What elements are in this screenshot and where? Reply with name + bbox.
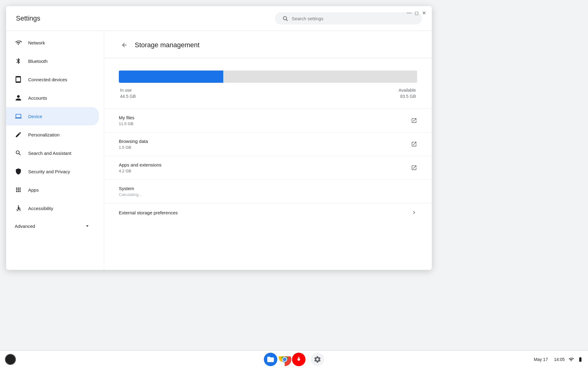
taskbar-app-files[interactable]: [264, 353, 277, 366]
storage-bar-used: [119, 71, 223, 83]
storage-label-used: In use 44.5 GB: [120, 88, 136, 99]
external-link-icon-apps-extensions: [411, 165, 417, 171]
taskbar-app-settings[interactable]: [311, 353, 324, 366]
settings-window: — ◻ ✕ Settings Network: [6, 6, 432, 270]
content-header: Storage management: [104, 31, 432, 58]
storage-item-my-files-info: My files 11.5 GB: [119, 115, 411, 126]
wifi-icon: [15, 39, 22, 46]
svg-line-1: [286, 19, 288, 21]
storage-labels: In use 44.5 GB Available 83.5 GB: [119, 88, 417, 99]
taskbar-right: May 17 14:05: [534, 357, 583, 362]
tablet-icon: [15, 76, 22, 83]
shield-icon: [15, 168, 22, 175]
storage-section: In use 44.5 GB Available 83.5 GB: [104, 58, 432, 109]
sidebar-item-device[interactable]: Device: [6, 107, 99, 125]
search-input[interactable]: [292, 16, 415, 21]
svg-point-0: [283, 17, 287, 20]
sidebar-item-bluetooth[interactable]: Bluetooth: [6, 52, 99, 70]
sidebar-item-security-privacy[interactable]: Security and Privacy: [6, 162, 99, 181]
taskbar-date: May 17: [534, 357, 548, 362]
settings-title: Settings: [16, 14, 40, 22]
sidebar-item-accessibility[interactable]: Accessibility: [6, 199, 99, 217]
storage-available-value: 83.5 GB: [400, 94, 416, 99]
storage-item-browsing-data-size: 1.5 GB: [119, 145, 411, 150]
storage-item-system-size: Calculating…: [119, 192, 417, 197]
search-icon: [282, 15, 288, 21]
main-content: Storage management In use 44.5 GB Availa…: [104, 31, 432, 270]
storage-item-my-files-size: 11.5 GB: [119, 121, 411, 126]
storage-item-system[interactable]: System Calculating…: [104, 180, 432, 203]
close-button[interactable]: ✕: [421, 10, 427, 16]
sidebar-label-network: Network: [28, 40, 45, 45]
storage-item-apps-extensions-name: Apps and extensions: [119, 162, 411, 167]
sidebar-label-bluetooth: Bluetooth: [28, 59, 47, 64]
sidebar-label-device: Device: [28, 114, 42, 119]
sidebar-item-connected-devices[interactable]: Connected devices: [6, 70, 99, 89]
taskbar-app-youtube-music[interactable]: [292, 353, 306, 366]
sidebar: Network Bluetooth Connected device: [6, 31, 104, 270]
storage-used-title: In use: [120, 88, 132, 93]
sidebar-label-accounts: Accounts: [28, 95, 47, 101]
storage-item-system-info: System Calculating…: [119, 186, 417, 197]
storage-item-apps-extensions[interactable]: Apps and extensions 4.2 GB: [104, 156, 432, 180]
edit-icon: [15, 131, 22, 138]
sidebar-label-search-assistant: Search and Assistant: [28, 151, 71, 156]
taskbar-app-chrome[interactable]: [278, 353, 292, 366]
taskbar-left: [5, 354, 16, 365]
taskbar: May 17 14:05: [0, 351, 588, 368]
back-button[interactable]: [119, 40, 130, 51]
external-link-icon-browsing-data: [411, 141, 417, 147]
external-storage-info: External storage preferences: [119, 210, 411, 215]
storage-item-external[interactable]: External storage preferences: [104, 203, 432, 222]
sidebar-item-network[interactable]: Network: [6, 33, 99, 52]
storage-item-my-files[interactable]: My files 11.5 GB: [104, 109, 432, 132]
apps-icon: [15, 186, 22, 194]
svg-point-8: [297, 358, 300, 361]
sidebar-label-personalization: Personalization: [28, 132, 60, 137]
storage-bar: [119, 71, 417, 83]
laptop-icon: [15, 113, 22, 120]
storage-item-system-name: System: [119, 186, 417, 191]
sidebar-item-search-assistant[interactable]: Search and Assistant: [6, 144, 99, 162]
bluetooth-icon: [15, 57, 22, 65]
page-title: Storage management: [135, 41, 200, 49]
minimize-button[interactable]: —: [406, 10, 412, 16]
taskbar-center: [264, 353, 324, 366]
storage-item-apps-extensions-size: 4.2 GB: [119, 169, 411, 173]
chevron-down-icon: [84, 223, 90, 229]
search-nav-icon: [15, 149, 22, 157]
storage-item-browsing-data-name: Browsing data: [119, 139, 411, 144]
maximize-button[interactable]: ◻: [413, 10, 420, 16]
storage-available-title: Available: [398, 88, 416, 93]
external-link-icon-my-files: [411, 117, 417, 124]
battery-icon: [578, 357, 583, 362]
taskbar-time: 14:05: [554, 357, 565, 362]
sidebar-item-apps[interactable]: Apps: [6, 181, 99, 199]
storage-item-browsing-data-info: Browsing data 1.5 GB: [119, 139, 411, 150]
accessibility-icon: [15, 205, 22, 212]
settings-body: Network Bluetooth Connected device: [6, 31, 432, 270]
storage-used-value: 44.5 GB: [120, 94, 136, 99]
sidebar-label-advanced: Advanced: [15, 224, 35, 229]
svg-point-2: [18, 205, 19, 207]
wifi-status-icon: [568, 357, 574, 362]
sidebar-label-accessibility: Accessibility: [28, 206, 53, 211]
svg-point-6: [283, 358, 287, 361]
storage-item-apps-extensions-info: Apps and extensions 4.2 GB: [119, 162, 411, 173]
chevron-right-icon-external: [411, 209, 417, 216]
storage-item-browsing-data[interactable]: Browsing data 1.5 GB: [104, 132, 432, 156]
sidebar-item-accounts[interactable]: Accounts: [6, 89, 99, 107]
taskbar-app-record[interactable]: [5, 354, 16, 365]
storage-label-available: Available 83.5 GB: [398, 88, 416, 99]
settings-header: Settings: [6, 6, 432, 31]
sidebar-item-advanced[interactable]: Advanced: [6, 217, 99, 235]
external-storage-name: External storage preferences: [119, 210, 411, 215]
person-icon: [15, 94, 22, 102]
sidebar-item-personalization[interactable]: Personalization: [6, 125, 99, 144]
sidebar-label-security-privacy: Security and Privacy: [28, 169, 70, 174]
sidebar-label-apps: Apps: [28, 187, 39, 193]
sidebar-label-connected-devices: Connected devices: [28, 77, 67, 82]
search-bar[interactable]: [275, 12, 422, 25]
taskbar-divider: [308, 355, 308, 364]
storage-item-my-files-name: My files: [119, 115, 411, 120]
